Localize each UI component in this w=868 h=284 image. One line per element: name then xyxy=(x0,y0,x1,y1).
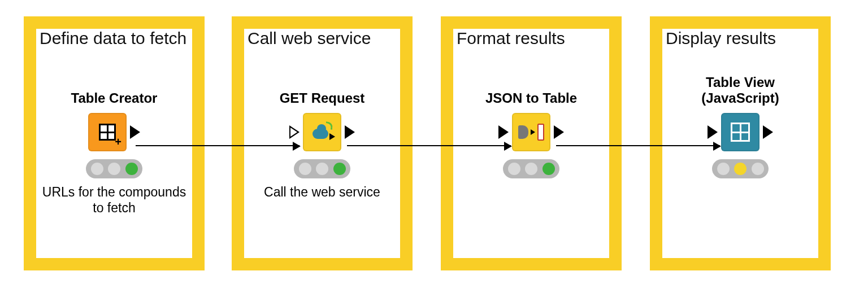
json-to-table-icon xyxy=(518,124,544,141)
node-icon-tile[interactable] xyxy=(512,113,550,151)
node-status xyxy=(503,159,559,178)
output-port[interactable] xyxy=(130,125,140,139)
node-name: Table Creator xyxy=(71,90,158,106)
node-json-to-table[interactable]: JSON to Table xyxy=(458,90,605,178)
node-icon-tile[interactable] xyxy=(721,113,760,151)
workflow-canvas[interactable]: Define data to fetch Call web service Fo… xyxy=(0,0,868,284)
group-title: Format results xyxy=(457,29,606,48)
output-port[interactable] xyxy=(554,125,564,139)
get-request-icon xyxy=(313,125,332,139)
node-icon-tile[interactable] xyxy=(88,113,127,151)
node-status xyxy=(86,159,142,178)
input-port[interactable] xyxy=(708,125,718,139)
node-status xyxy=(294,159,350,178)
table-view-icon xyxy=(731,123,750,142)
node-caption: Call the web service xyxy=(264,184,380,200)
node-caption: URLs for the compounds to fetch xyxy=(41,184,188,216)
table-creator-icon xyxy=(99,124,116,141)
node-name: Table View (JavaScript) xyxy=(667,75,814,106)
node-table-creator[interactable]: Table Creator URLs for the compounds to … xyxy=(41,90,188,216)
node-icon-tile[interactable] xyxy=(303,113,341,151)
output-port[interactable] xyxy=(763,125,773,139)
input-port[interactable] xyxy=(289,125,300,139)
node-status xyxy=(712,159,769,178)
node-table-view-js[interactable]: Table View (JavaScript) xyxy=(667,75,814,178)
group-title: Call web service xyxy=(248,29,397,48)
node-name: GET Request xyxy=(280,90,365,106)
input-port[interactable] xyxy=(498,125,509,139)
group-title: Display results xyxy=(666,29,815,48)
node-get-request[interactable]: GET Request Call the web service xyxy=(249,90,396,200)
node-name: JSON to Table xyxy=(485,90,577,106)
group-title: Define data to fetch xyxy=(40,29,189,48)
output-port[interactable] xyxy=(345,125,355,139)
